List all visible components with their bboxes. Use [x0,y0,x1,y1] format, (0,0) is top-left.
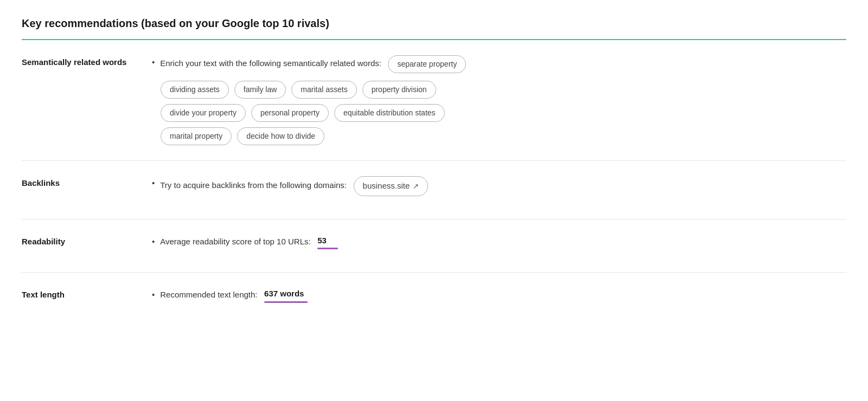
section-semantically-related: Semantically related words • Enrich your… [22,40,846,161]
domain-name: business.site [363,180,410,192]
backlinks-content: • Try to acquire backlinks from the foll… [152,176,846,204]
readability-underline [317,248,338,249]
tag-5[interactable]: divide your property [161,104,246,122]
readability-content: • Average readability score of top 10 UR… [152,235,846,257]
text-length-bullet-dot: • [152,289,155,301]
tags-area-3: marital property decide how to divide [161,127,846,145]
readability-score: 53 [317,235,338,250]
tag-2[interactable]: family law [234,81,286,99]
text-length-description: Recommended text length: 637 words [160,288,308,303]
external-link-icon: ↗ [413,181,419,192]
section-backlinks: Backlinks • Try to acquire backlinks fro… [22,161,846,219]
tag-4[interactable]: property division [362,81,436,99]
text-length-value: 637 words [264,289,308,303]
tags-area: dividing assets family law marital asset… [161,81,846,99]
tags-area-2: divide your property personal property e… [161,104,846,122]
section-label-readability: Readability [22,235,152,248]
section-label-text-length: Text length [22,288,152,301]
readability-description: Average readability score of top 10 URLs… [160,235,338,250]
tag-0[interactable]: separate property [388,55,466,73]
section-label-backlinks: Backlinks [22,176,152,190]
main-container: Key recommendations (based on your Googl… [0,0,868,347]
tag-9[interactable]: decide how to divide [237,127,324,145]
bullet-dot: • [152,56,155,69]
tag-6[interactable]: personal property [251,104,329,122]
readability-bullet-row: • Average readability score of top 10 UR… [152,235,846,250]
text-length-bullet-row: • Recommended text length: 637 words [152,288,846,303]
tag-3[interactable]: marital assets [291,81,356,99]
tag-7[interactable]: equitable distribution states [334,104,445,122]
text-length-value-wrap: 637 words [264,288,308,303]
semantically-related-content: • Enrich your text with the following se… [152,55,846,145]
section-label-semantically-related: Semantically related words [22,55,152,69]
readability-score-wrap: 53 [317,235,338,250]
semantically-related-description: Enrich your text with the following sema… [160,55,466,73]
section-text-length: Text length • Recommended text length: 6… [22,273,846,326]
text-length-content: • Recommended text length: 637 words [152,288,846,311]
backlinks-bullet-dot: • [152,177,155,190]
domain-tag[interactable]: business.site ↗ [354,176,429,196]
page-title: Key recommendations (based on your Googl… [22,15,846,40]
backlinks-description: Try to acquire backlinks from the follow… [160,176,428,196]
section-readability: Readability • Average readability score … [22,219,846,273]
semantically-related-bullet-row: • Enrich your text with the following se… [152,55,846,73]
tag-8[interactable]: marital property [161,127,232,145]
readability-bullet-dot: • [152,236,155,248]
tag-1[interactable]: dividing assets [161,81,229,99]
backlinks-bullet-row: • Try to acquire backlinks from the foll… [152,176,846,196]
text-length-underline [264,301,308,303]
